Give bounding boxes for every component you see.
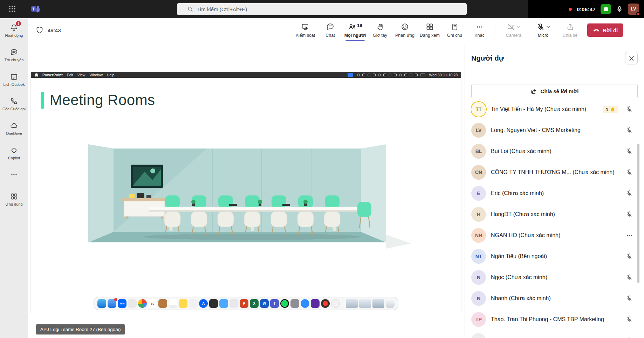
dock-icon [290, 299, 299, 308]
mic-off-icon[interactable] [625, 253, 633, 260]
teams-logo-icon [30, 4, 41, 14]
stop-recording-button[interactable] [601, 4, 611, 14]
participant-row[interactable]: N Nhanh (Chưa xác minh) [471, 288, 638, 309]
participant-avatar: N [471, 270, 486, 285]
participant-row[interactable] [471, 330, 638, 338]
panel-scrollbar[interactable] [637, 144, 639, 283]
dock-icon [219, 299, 228, 308]
macos-menubar: PowerPoint Edit View Window Help Wed 30 … [31, 72, 461, 78]
avatar-initials: LV [631, 7, 636, 12]
dock-icon [108, 299, 116, 308]
sidebar-item-activity[interactable]: 1 Hoạt động [0, 18, 28, 43]
meeting-chat-icon [326, 23, 334, 31]
ellipsis-icon [11, 170, 18, 179]
participant-row[interactable]: BL Bui Loi (Chưa xác minh) [471, 141, 638, 162]
close-panel-button[interactable] [625, 52, 638, 64]
participant-row[interactable]: LV Long. Nguyen Viet - CMS Marketing [471, 120, 638, 141]
raised-hand-icon [610, 107, 615, 112]
view-button[interactable]: Dạng xem [417, 18, 442, 42]
notes-button[interactable]: Ghi chú [442, 18, 467, 42]
chevron-down-icon[interactable] [517, 26, 521, 28]
search-placeholder: Tìm kiếm (Ctrl+Alt+E) [197, 6, 247, 12]
share-invite-button[interactable]: Chia sẻ lời mời [471, 84, 638, 98]
participant-row[interactable]: TP Thao. Tran Thi Phuong - CMS TBP Marke… [471, 309, 638, 330]
panel-title: Người dự [471, 54, 504, 62]
camera-button[interactable]: Camera [499, 18, 528, 42]
participant-row[interactable]: CN CÔNG TY TNHH THƯƠNG M... (Chưa xác mi… [471, 162, 638, 183]
participant-row[interactable]: TT Tin Việt Tiến - Hà My (Chưa xác minh)… [471, 99, 638, 120]
leave-button[interactable]: Rời đi [587, 23, 623, 37]
nav-label: Khác [474, 33, 485, 38]
share-button[interactable]: Chia sẻ [558, 18, 582, 42]
people-button[interactable]: 19 Mọi người [343, 18, 368, 42]
more-actions-button[interactable]: Khác [467, 18, 492, 42]
user-avatar[interactable]: LV [628, 4, 639, 15]
reactions-button[interactable]: Phản ứng [392, 18, 417, 42]
mic-off-icon[interactable] [625, 211, 633, 218]
participant-name: Eric (Chưa xác minh) [491, 190, 620, 196]
participant-row[interactable]: NT Ngân Tiêu (Bên ngoài) [471, 246, 638, 267]
sidebar-item-label: Hoạt động [5, 33, 23, 37]
menubar-item: Edit [67, 73, 73, 77]
control-button[interactable]: Kiểm soát [293, 18, 318, 42]
sidebar-item-label: Ứng dụng [5, 202, 22, 206]
dock-icon: 30 [148, 299, 157, 308]
app-launcher-icon[interactable] [8, 5, 17, 13]
recording-controls: 0:06:47 LV [569, 0, 644, 18]
notes-icon [451, 23, 459, 31]
mic-off-icon[interactable] [625, 169, 633, 176]
mic-off-icon[interactable] [625, 274, 633, 281]
macos-dock: Zalo 30 [94, 297, 398, 310]
recording-timer: 0:06:47 [577, 6, 596, 12]
mic-off-icon[interactable] [625, 127, 633, 134]
activity-badge: 1 [16, 21, 21, 26]
dock-icon [158, 299, 167, 308]
nav-label: Chat [326, 33, 335, 38]
chat-button[interactable]: Chat [318, 18, 343, 42]
sidebar-item-calendar[interactable]: Lịch Outlook [0, 67, 28, 92]
participant-name: Thao. Tran Thi Phuong - CMS TBP Marketin… [491, 316, 620, 323]
participant-row[interactable]: N Ngọc (Chưa xác minh) [471, 267, 638, 288]
menubar-item: View [77, 73, 85, 77]
dock-icon [179, 299, 187, 308]
shared-screen: PowerPoint Edit View Window Help Wed 30 … [31, 72, 461, 313]
mic-button[interactable]: Micrô [528, 18, 558, 42]
raise-hand-button[interactable]: Giơ tay [368, 18, 392, 42]
sidebar-item-calls[interactable]: Các Cuộc gọi [0, 92, 28, 116]
mic-off-icon[interactable] [625, 106, 633, 113]
device-label: Camera [506, 33, 521, 38]
sidebar-item-copilot[interactable]: Copilot [0, 141, 28, 165]
sidebar-more-button[interactable] [0, 165, 28, 184]
participant-avatar: N [471, 291, 486, 306]
app-sidebar: 1 Hoạt động Trò chuyện Lịch Outlook Các … [0, 18, 28, 338]
sidebar-item-onedrive[interactable]: OneDrive [0, 116, 28, 141]
screenshare-indicator-icon [348, 73, 353, 77]
sidebar-item-chat[interactable]: Trò chuyện [0, 43, 28, 67]
view-grid-icon [426, 23, 434, 31]
participant-name: Tin Việt Tiến - Hà My (Chưa xác minh) [491, 106, 598, 112]
participant-row[interactable]: H HangDT (Chưa xác minh) [471, 204, 638, 225]
more-options-icon[interactable] [625, 232, 633, 239]
dock-icon [138, 299, 147, 308]
dock-icon [229, 299, 238, 308]
mic-off-icon[interactable] [625, 190, 633, 197]
search-input[interactable]: Tìm kiếm (Ctrl+Alt+E) [177, 3, 467, 15]
participant-row[interactable]: NH NGAN HO (Chưa xác minh) [471, 225, 638, 246]
device-label: Micrô [538, 33, 549, 38]
menubar-clock: Wed 30 Jul 10:28 [429, 73, 458, 77]
mic-off-icon[interactable] [625, 295, 633, 302]
sidebar-item-apps[interactable]: Ứng dụng [0, 187, 28, 212]
dock-icon: W [260, 299, 269, 308]
mic-off-icon[interactable] [625, 316, 633, 323]
copilot-icon [10, 146, 18, 154]
screen-control-icon [301, 23, 310, 31]
active-tab-underline [345, 40, 365, 41]
participants-panel: Người dự Chia sẻ lời mời TT Tin Việt Tiế… [465, 42, 644, 338]
microphone-icon[interactable] [616, 6, 623, 13]
chevron-down-icon[interactable] [546, 26, 550, 28]
participant-row[interactable]: E Eric (Chưa xác minh) [471, 183, 638, 204]
nav-label: Kiểm soát [296, 33, 315, 38]
nav-label: Mọi người [344, 33, 366, 38]
mic-off-icon[interactable] [625, 148, 633, 155]
participant-list: TT Tin Việt Tiến - Hà My (Chưa xác minh)… [471, 99, 638, 338]
